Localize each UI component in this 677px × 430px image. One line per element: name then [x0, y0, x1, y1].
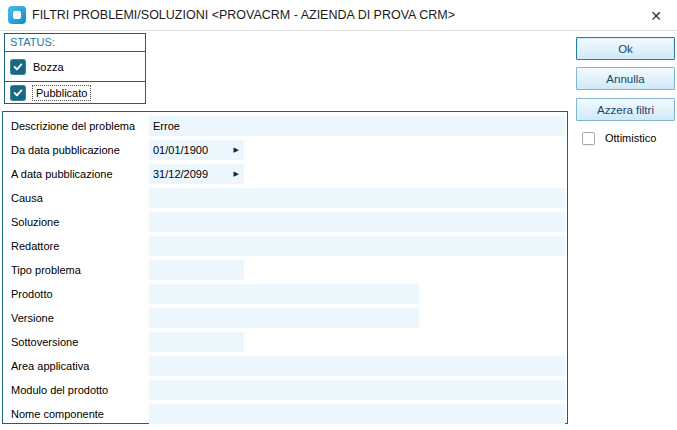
ok-button[interactable]: Ok [576, 37, 675, 60]
field-label-prodotto: Prodotto [11, 282, 53, 306]
field-label-causa: Causa [11, 186, 43, 210]
form-row: Soluzione [3, 210, 567, 234]
field-descrizione-problema[interactable]: Erroe [149, 116, 565, 136]
field-label-da-data: Da data pubblicazione [11, 138, 120, 162]
checkbox-label-bozza: Bozza [33, 61, 64, 73]
checkmark-icon [12, 87, 24, 99]
field-label-tipo-problema: Tipo problema [11, 258, 81, 282]
field-label-descrizione: Descrizione del problema [11, 114, 135, 138]
field-label-a-data: A data pubblicazione [11, 162, 113, 186]
date-picker-arrow-icon[interactable]: ▶ [234, 164, 239, 184]
checkmark-icon [12, 61, 24, 73]
form-row: Modulo del prodotto [3, 378, 567, 402]
form-row: Versione [3, 306, 567, 330]
checkbox-label-ottimistico: Ottimistico [605, 130, 656, 146]
field-soluzione[interactable] [149, 212, 565, 232]
field-da-data-pubblicazione[interactable]: 01/01/1900 ▶ [149, 140, 244, 160]
checkbox-pubblicato-checked[interactable] [10, 85, 26, 101]
field-label-area-applicativa: Area applicativa [11, 354, 89, 378]
form-row: Nome componente [3, 402, 567, 426]
field-modulo-del-prodotto[interactable] [149, 380, 565, 400]
form-row: Da data pubblicazione 01/01/1900 ▶ [3, 138, 567, 162]
azzera-filtri-button[interactable]: Azzera filtri [576, 98, 675, 121]
checkbox-ottimistico-unchecked[interactable] [582, 132, 595, 145]
checkbox-label-pubblicato: Pubblicato [33, 86, 90, 100]
field-label-nome-componente: Nome componente [11, 402, 104, 426]
field-a-data-pubblicazione[interactable]: 31/12/2099 ▶ [149, 164, 244, 184]
title-bar: FILTRI PROBLEMI/SOLUZIONI <PROVACRM - AZ… [0, 0, 677, 31]
window-title: FILTRI PROBLEMI/SOLUZIONI <PROVACRM - AZ… [32, 0, 455, 30]
checkbox-row-bozza[interactable]: Bozza [5, 52, 145, 81]
close-icon[interactable]: ✕ [640, 0, 672, 30]
form-row: Prodotto [3, 282, 567, 306]
checkbox-row-pubblicato[interactable]: Pubblicato [4, 81, 146, 104]
form-row: Tipo problema [3, 258, 567, 282]
field-versione[interactable] [149, 308, 419, 328]
field-label-sottoversione: Sottoversione [11, 330, 78, 354]
field-area-applicativa[interactable] [149, 356, 565, 376]
field-tipo-problema[interactable] [149, 260, 244, 280]
field-label-soluzione: Soluzione [11, 210, 59, 234]
field-label-modulo-prodotto: Modulo del prodotto [11, 378, 108, 402]
field-prodotto[interactable] [149, 284, 419, 304]
checkbox-bozza-checked[interactable] [10, 59, 26, 75]
annulla-button[interactable]: Annulla [576, 67, 675, 90]
field-redattore[interactable] [149, 236, 565, 256]
field-label-redattore: Redattore [11, 234, 59, 258]
form-row: Sottoversione [3, 330, 567, 354]
field-causa[interactable] [149, 188, 565, 208]
date-picker-arrow-icon[interactable]: ▶ [234, 140, 239, 160]
field-label-versione: Versione [11, 306, 54, 330]
field-nome-componente[interactable] [149, 404, 565, 424]
filter-form-panel: Descrizione del problema Erroe Da data p… [2, 111, 568, 424]
form-row: Causa [3, 186, 567, 210]
form-row: A data pubblicazione 31/12/2099 ▶ [3, 162, 567, 186]
status-groupbox: STATUS: Bozza Pubblicato [4, 33, 146, 104]
form-row: Area applicativa [3, 354, 567, 378]
status-group-label: STATUS: [5, 34, 145, 52]
app-icon [8, 6, 26, 24]
field-sottoversione[interactable] [149, 332, 244, 352]
form-row: Descrizione del problema Erroe [3, 114, 567, 138]
form-row: Redattore [3, 234, 567, 258]
